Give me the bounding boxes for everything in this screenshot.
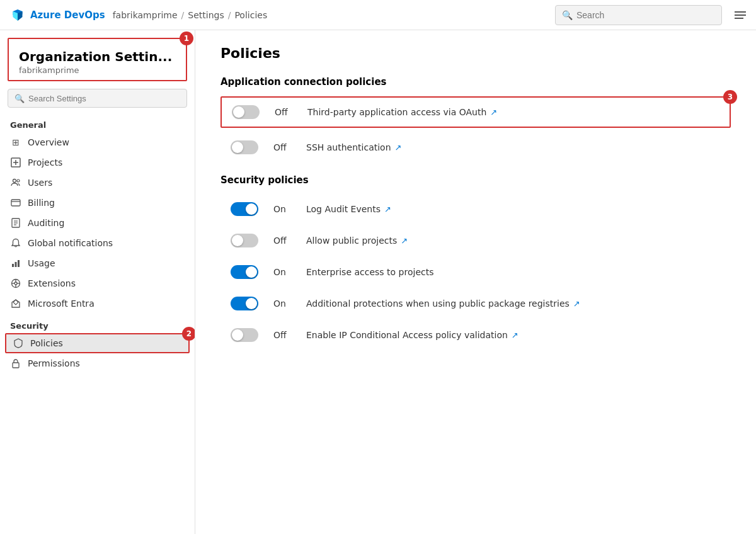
log-audit-toggle-label: On bbox=[273, 204, 291, 214]
sidebar-item-label: Billing bbox=[28, 198, 55, 208]
topbar: Azure DevOps fabrikamprime / Settings / … bbox=[0, 0, 756, 30]
package-registries-policy-row: On Additional protections when using pub… bbox=[220, 289, 731, 318]
sidebar-policies-label: Policies bbox=[30, 338, 63, 348]
ip-conditional-toggle[interactable] bbox=[231, 328, 258, 342]
svg-rect-11 bbox=[15, 262, 17, 267]
breadcrumb: fabrikamprime / Settings / Policies bbox=[113, 10, 268, 20]
extensions-icon bbox=[10, 278, 21, 289]
enterprise-access-policy-text: Enterprise access to projects bbox=[306, 267, 433, 277]
settings-search-input[interactable] bbox=[28, 94, 180, 103]
package-registries-toggle[interactable] bbox=[231, 297, 258, 310]
settings-search[interactable]: 🔍 bbox=[8, 89, 187, 108]
sidebar-item-usage[interactable]: Usage bbox=[0, 253, 195, 273]
log-audit-toggle[interactable] bbox=[231, 202, 258, 216]
badge-1: 1 bbox=[180, 31, 193, 45]
sidebar-item-label: Extensions bbox=[28, 278, 76, 288]
ip-conditional-link-icon[interactable]: ↗ bbox=[512, 331, 518, 340]
breadcrumb-sep2: / bbox=[228, 10, 231, 20]
sidebar-item-label: Projects bbox=[28, 157, 62, 168]
enterprise-access-policy-row: On Enterprise access to projects bbox=[220, 258, 731, 287]
users-icon bbox=[10, 177, 21, 188]
general-section-label: General bbox=[0, 113, 195, 132]
package-registries-policy-text: Additional protections when using public… bbox=[306, 298, 580, 309]
security-section-label: Security bbox=[0, 314, 195, 333]
sidebar-header: Organization Settin... fabrikamprime 1 bbox=[8, 38, 187, 81]
svg-rect-12 bbox=[18, 260, 20, 267]
sidebar-item-label: Global notifications bbox=[28, 238, 113, 248]
breadcrumb-page: Policies bbox=[234, 10, 267, 20]
sidebar-item-policies[interactable]: Policies 2 bbox=[5, 333, 190, 353]
public-projects-policy-text: Allow public projects ↗ bbox=[306, 236, 408, 246]
badge-2: 2 bbox=[182, 327, 195, 341]
ssh-policy-text: SSH authentication ↗ bbox=[306, 142, 401, 152]
auditing-icon bbox=[10, 217, 21, 229]
usage-icon bbox=[10, 258, 21, 269]
menu-icon[interactable] bbox=[735, 11, 746, 19]
oauth-policy-row: Off Third-party application access via O… bbox=[220, 96, 731, 128]
search-icon: 🔍 bbox=[562, 10, 573, 20]
logo[interactable]: Azure DevOps bbox=[10, 8, 105, 23]
enterprise-access-toggle[interactable] bbox=[231, 265, 258, 279]
log-audit-policy-row: On Log Audit Events ↗ bbox=[220, 195, 731, 224]
log-audit-link-icon[interactable]: ↗ bbox=[384, 205, 391, 214]
sidebar-item-label: Usage bbox=[28, 258, 55, 268]
sidebar-item-label: Users bbox=[28, 178, 52, 188]
ip-conditional-policy-text: Enable IP Conditional Access policy vali… bbox=[306, 330, 518, 340]
sidebar-item-projects[interactable]: Projects bbox=[0, 152, 195, 173]
azure-devops-logo-icon bbox=[10, 8, 25, 23]
org-name: fabrikamprime bbox=[19, 65, 176, 75]
breadcrumb-sep1: / bbox=[181, 10, 185, 20]
sidebar-item-billing[interactable]: Billing bbox=[0, 193, 195, 213]
oauth-link-icon[interactable]: ↗ bbox=[490, 108, 497, 117]
ssh-toggle[interactable] bbox=[231, 140, 258, 154]
main-layout: Organization Settin... fabrikamprime 1 🔍… bbox=[0, 30, 756, 534]
lock-icon bbox=[10, 358, 21, 369]
public-projects-link-icon[interactable]: ↗ bbox=[401, 236, 408, 246]
oauth-toggle[interactable] bbox=[232, 105, 260, 119]
public-projects-toggle[interactable] bbox=[231, 234, 258, 247]
public-projects-toggle-label: Off bbox=[273, 236, 291, 246]
svg-rect-19 bbox=[13, 363, 19, 368]
sidebar-item-extensions[interactable]: Extensions bbox=[0, 273, 195, 293]
ip-conditional-policy-row: Off Enable IP Conditional Access policy … bbox=[220, 321, 731, 349]
app-name: Azure DevOps bbox=[30, 9, 105, 21]
oauth-policy-text: Third-party application access via OAuth… bbox=[307, 107, 497, 117]
content-area: Policies Application connection policies… bbox=[195, 30, 756, 534]
sidebar: Organization Settin... fabrikamprime 1 🔍… bbox=[0, 30, 195, 534]
ssh-toggle-label: Off bbox=[273, 142, 291, 152]
svg-rect-10 bbox=[12, 264, 14, 267]
ip-conditional-toggle-label: Off bbox=[273, 330, 291, 340]
sidebar-item-label: Auditing bbox=[28, 218, 64, 228]
sidebar-search-icon: 🔍 bbox=[14, 94, 25, 103]
sidebar-item-overview[interactable]: ⊞ Overview bbox=[0, 132, 195, 152]
svg-point-3 bbox=[13, 179, 16, 183]
svg-rect-5 bbox=[11, 200, 20, 206]
svg-point-4 bbox=[17, 179, 20, 182]
breadcrumb-org[interactable]: fabrikamprime bbox=[113, 10, 178, 20]
billing-icon bbox=[10, 197, 21, 208]
breadcrumb-settings[interactable]: Settings bbox=[188, 10, 224, 20]
page-title: Policies bbox=[220, 45, 731, 61]
global-search[interactable]: 🔍 bbox=[555, 5, 722, 25]
grid-icon: ⊞ bbox=[10, 137, 21, 148]
badge-3: 3 bbox=[723, 90, 737, 104]
sidebar-item-label: Microsoft Entra bbox=[28, 298, 94, 309]
ssh-policy-row: Off SSH authentication ↗ bbox=[220, 133, 731, 162]
ssh-link-icon[interactable]: ↗ bbox=[395, 143, 402, 152]
sidebar-item-users[interactable]: Users bbox=[0, 173, 195, 193]
notifications-icon bbox=[10, 237, 21, 249]
sidebar-item-permissions[interactable]: Permissions bbox=[0, 353, 195, 373]
package-registries-toggle-label: On bbox=[273, 298, 291, 309]
oauth-toggle-label: Off bbox=[275, 107, 292, 117]
sidebar-item-auditing[interactable]: Auditing bbox=[0, 213, 195, 233]
search-input[interactable] bbox=[576, 10, 715, 20]
security-section-title: Security policies bbox=[220, 174, 731, 186]
entra-icon bbox=[10, 298, 21, 309]
package-registries-link-icon[interactable]: ↗ bbox=[573, 299, 580, 309]
sidebar-item-global-notifications[interactable]: Global notifications bbox=[0, 233, 195, 253]
sidebar-item-label: Permissions bbox=[28, 358, 80, 368]
public-projects-policy-row: Off Allow public projects ↗ bbox=[220, 226, 731, 255]
org-settings-title: Organization Settin... bbox=[19, 49, 176, 64]
policies-icon bbox=[13, 338, 24, 349]
sidebar-item-microsoft-entra[interactable]: Microsoft Entra bbox=[0, 293, 195, 314]
